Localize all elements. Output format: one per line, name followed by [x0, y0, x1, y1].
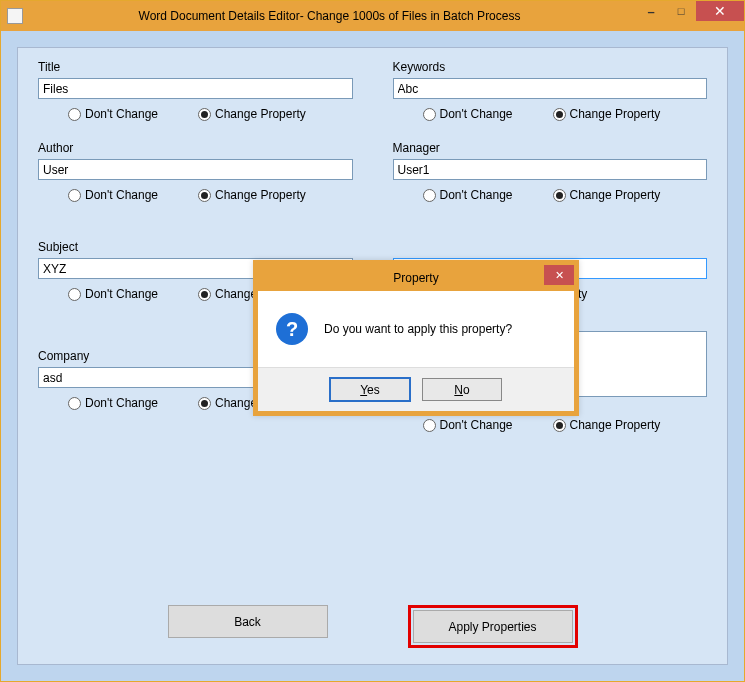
- radio-label: Don't Change: [440, 188, 513, 202]
- label-manager: Manager: [393, 141, 708, 155]
- window-buttons: – □ ✕: [636, 1, 744, 31]
- radio-icon: [68, 288, 81, 301]
- label-subject: Subject: [38, 240, 353, 254]
- radio-label: Don't Change: [85, 107, 158, 121]
- radio-label: Don't Change: [85, 188, 158, 202]
- radio-comments-dont-change[interactable]: Don't Change: [423, 418, 513, 432]
- close-button[interactable]: ✕: [696, 1, 744, 21]
- radio-icon: [553, 419, 566, 432]
- dialog-body: ? Do you want to apply this property?: [258, 291, 574, 367]
- field-author: Author Don't Change Change Property: [38, 141, 353, 202]
- maximize-button[interactable]: □: [666, 1, 696, 21]
- bottom-buttons: Back Apply Properties: [18, 605, 727, 648]
- dialog-message: Do you want to apply this property?: [324, 322, 512, 336]
- label-keywords: Keywords: [393, 60, 708, 74]
- field-manager: Manager Don't Change Change Property: [393, 141, 708, 202]
- field-title: Title Don't Change Change Property: [38, 60, 353, 121]
- radio-manager-dont-change[interactable]: Don't Change: [423, 188, 513, 202]
- app-icon: [7, 8, 23, 24]
- minimize-button[interactable]: –: [636, 1, 666, 21]
- window-title: Word Document Details Editor- Change 100…: [23, 9, 636, 23]
- title-bar: Word Document Details Editor- Change 100…: [1, 1, 744, 31]
- input-keywords[interactable]: [393, 78, 708, 99]
- button-label: Apply Properties: [448, 620, 536, 634]
- radio-company-dont-change[interactable]: Don't Change: [68, 396, 158, 410]
- input-title[interactable]: [38, 78, 353, 99]
- question-icon: ?: [276, 313, 308, 345]
- yes-button[interactable]: Yes: [330, 378, 410, 401]
- radio-manager-change[interactable]: Change Property: [553, 188, 661, 202]
- radio-icon: [68, 108, 81, 121]
- radio-label: Change Property: [215, 107, 306, 121]
- radio-label: Change Property: [570, 107, 661, 121]
- label-title: Title: [38, 60, 353, 74]
- radio-title-change[interactable]: Change Property: [198, 107, 306, 121]
- radio-keywords-dont-change[interactable]: Don't Change: [423, 107, 513, 121]
- radio-icon: [553, 108, 566, 121]
- radio-label: Don't Change: [440, 418, 513, 432]
- dialog-titlebar: Property ✕: [258, 265, 574, 291]
- radio-author-dont-change[interactable]: Don't Change: [68, 188, 158, 202]
- property-dialog: Property ✕ ? Do you want to apply this p…: [253, 260, 579, 416]
- radio-keywords-change[interactable]: Change Property: [553, 107, 661, 121]
- apply-properties-button[interactable]: Apply Properties: [413, 610, 573, 643]
- radio-icon: [68, 189, 81, 202]
- radio-title-dont-change[interactable]: Don't Change: [68, 107, 158, 121]
- radio-subject-dont-change[interactable]: Don't Change: [68, 287, 158, 301]
- radio-icon: [423, 419, 436, 432]
- label-author: Author: [38, 141, 353, 155]
- input-manager[interactable]: [393, 159, 708, 180]
- radio-comments-change[interactable]: Change Property: [553, 418, 661, 432]
- radio-label: Don't Change: [440, 107, 513, 121]
- button-label: Back: [234, 615, 261, 629]
- yes-rest: es: [367, 383, 380, 397]
- dialog-close-button[interactable]: ✕: [544, 265, 574, 285]
- field-keywords: Keywords Don't Change Change Property: [393, 60, 708, 121]
- back-button[interactable]: Back: [168, 605, 328, 638]
- radio-label: Change Property: [570, 188, 661, 202]
- radio-author-change[interactable]: Change Property: [198, 188, 306, 202]
- radio-label: Don't Change: [85, 287, 158, 301]
- apply-highlight: Apply Properties: [408, 605, 578, 648]
- radio-label: Change Property: [570, 418, 661, 432]
- radio-label: Don't Change: [85, 396, 158, 410]
- radio-label: Change Property: [215, 188, 306, 202]
- radio-icon: [68, 397, 81, 410]
- radio-icon: [198, 397, 211, 410]
- dialog-footer: Yes No: [258, 367, 574, 411]
- radio-icon: [198, 108, 211, 121]
- radio-icon: [198, 288, 211, 301]
- no-button[interactable]: No: [422, 378, 502, 401]
- no-rest: o: [463, 383, 470, 397]
- radio-icon: [423, 108, 436, 121]
- radio-icon: [553, 189, 566, 202]
- input-author[interactable]: [38, 159, 353, 180]
- no-mnemonic: N: [454, 383, 463, 397]
- radio-icon: [423, 189, 436, 202]
- dialog-title: Property: [393, 271, 438, 285]
- radio-icon: [198, 189, 211, 202]
